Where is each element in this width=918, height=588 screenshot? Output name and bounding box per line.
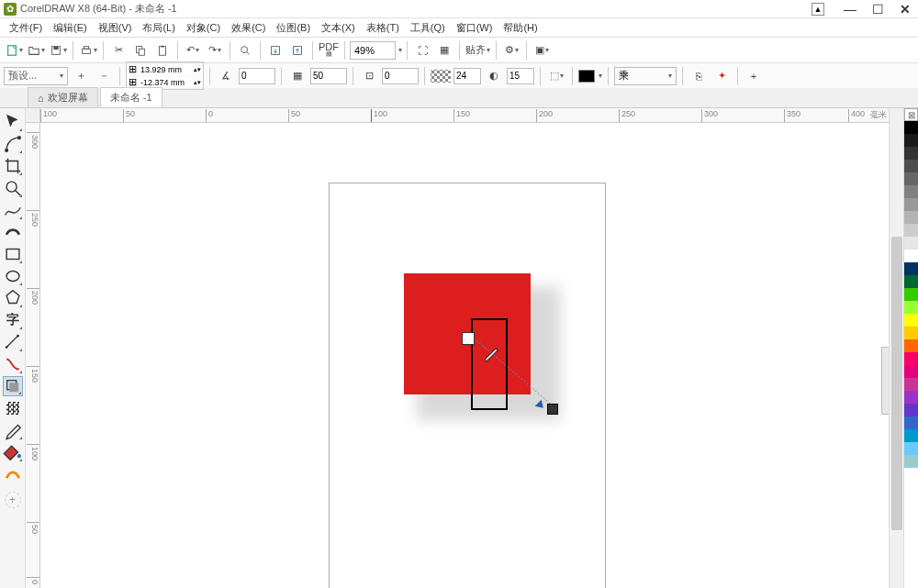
- trans2-input[interactable]: [507, 68, 534, 84]
- zoom-dropdown[interactable]: ▾: [398, 46, 402, 54]
- color-swatch[interactable]: [904, 416, 918, 429]
- import-button[interactable]: [265, 40, 285, 61]
- menu-tools[interactable]: 工具(Q): [405, 19, 451, 37]
- preview-button[interactable]: ▦: [434, 40, 454, 61]
- color-swatch[interactable]: [904, 352, 918, 365]
- fill-tool[interactable]: [3, 442, 23, 462]
- pick-tool[interactable]: [3, 112, 23, 132]
- vertical-scrollbar[interactable]: [889, 108, 903, 588]
- color-swatch[interactable]: [904, 455, 918, 468]
- color-swatch[interactable]: [904, 211, 918, 224]
- menu-window[interactable]: 窗口(W): [451, 19, 498, 37]
- trans1-input[interactable]: [453, 68, 481, 84]
- connector-tool[interactable]: [3, 354, 23, 374]
- color-swatch[interactable]: [904, 262, 918, 275]
- color-swatch[interactable]: [904, 404, 918, 416]
- parallel-tool[interactable]: [3, 332, 23, 352]
- text-tool[interactable]: 字: [3, 310, 23, 330]
- export-button[interactable]: [287, 40, 308, 61]
- count-input[interactable]: [310, 68, 347, 84]
- y-input[interactable]: [139, 77, 192, 88]
- menu-help[interactable]: 帮助(H): [498, 19, 543, 37]
- color-swatch[interactable]: [904, 301, 918, 314]
- step-input[interactable]: [382, 68, 419, 84]
- transparency-tool[interactable]: [3, 398, 23, 418]
- add-tool-button[interactable]: +: [744, 66, 764, 86]
- menu-text[interactable]: 文本(X): [316, 19, 361, 37]
- horizontal-ruler[interactable]: 100 50 0 50 100 150 200 250 300 350 400 …: [40, 108, 889, 123]
- menu-edit[interactable]: 编辑(E): [48, 19, 93, 37]
- dropshadow-tool[interactable]: [3, 376, 23, 396]
- stepper-icon[interactable]: ▴▾: [194, 66, 201, 73]
- undo-button[interactable]: ↶▾: [183, 40, 203, 61]
- paste-button[interactable]: [152, 40, 173, 61]
- open-button[interactable]: ▾: [26, 40, 46, 61]
- color-swatch[interactable]: [904, 185, 918, 198]
- copy-shadow-button[interactable]: ⎘: [688, 66, 709, 86]
- viewport[interactable]: [40, 123, 889, 588]
- rectangle-tool[interactable]: [3, 244, 23, 264]
- fullscreen-button[interactable]: ⛶: [412, 40, 432, 61]
- color-swatch[interactable]: [904, 391, 918, 404]
- shadow-color-swatch[interactable]: [578, 70, 595, 83]
- menu-view[interactable]: 视图(V): [93, 19, 138, 37]
- shadow-center-handle[interactable]: [485, 349, 498, 361]
- add-tool-button[interactable]: +: [5, 492, 21, 508]
- color-swatch[interactable]: [904, 250, 918, 262]
- print-button[interactable]: ▾: [78, 40, 98, 61]
- tab-document[interactable]: 未命名 -1: [100, 87, 162, 107]
- eyedropper-tool[interactable]: [3, 420, 23, 440]
- clear-shadow-button[interactable]: ✦: [711, 66, 732, 86]
- zoom-tool[interactable]: [3, 178, 23, 198]
- color-dropdown[interactable]: ▾: [599, 72, 602, 80]
- pdf-button[interactable]: PDF▤: [318, 40, 340, 61]
- crop-tool[interactable]: [3, 156, 23, 176]
- blend-combo[interactable]: 乘▾: [614, 67, 677, 85]
- options-button[interactable]: ⚙▾: [501, 40, 521, 61]
- docker-tab[interactable]: [881, 347, 889, 415]
- ruler-corner[interactable]: [26, 108, 40, 123]
- color-swatch[interactable]: [904, 378, 918, 391]
- angle-input[interactable]: [239, 68, 275, 84]
- new-button[interactable]: ▾: [4, 40, 24, 61]
- tab-welcome[interactable]: ⌂欢迎屏幕: [28, 87, 98, 107]
- snap-button[interactable]: 贴齐 ▾: [465, 40, 491, 61]
- color-swatch[interactable]: [904, 147, 918, 160]
- color-swatch[interactable]: [904, 121, 918, 134]
- color-swatch[interactable]: [904, 288, 918, 301]
- shadow-start-handle[interactable]: [462, 332, 475, 345]
- menu-table[interactable]: 表格(T): [361, 19, 405, 37]
- shadow-end-handle[interactable]: [547, 404, 558, 415]
- shape-tool[interactable]: [3, 134, 23, 154]
- color-swatch[interactable]: [904, 429, 918, 442]
- color-swatch[interactable]: [904, 160, 918, 172]
- artistic-tool[interactable]: [3, 222, 23, 242]
- account-icon[interactable]: ▲: [812, 3, 824, 16]
- color-swatch[interactable]: [904, 442, 918, 455]
- polygon-tool[interactable]: [3, 288, 23, 308]
- no-color-button[interactable]: ⊠: [904, 108, 918, 121]
- color-swatch[interactable]: [904, 237, 918, 250]
- menu-effects[interactable]: 效果(C): [226, 19, 271, 37]
- color-swatch[interactable]: [904, 339, 918, 352]
- scroll-thumb[interactable]: [891, 237, 902, 530]
- direction-button[interactable]: ⬚▾: [546, 66, 566, 86]
- color-swatch[interactable]: [904, 275, 918, 288]
- menu-file[interactable]: 文件(F): [4, 19, 48, 37]
- minimize-button[interactable]: —: [841, 3, 859, 16]
- outline-tool[interactable]: [3, 464, 23, 484]
- copy-button[interactable]: [130, 40, 151, 61]
- x-input[interactable]: [139, 64, 192, 75]
- close-button[interactable]: ✕: [896, 3, 914, 16]
- launch-button[interactable]: ▣▾: [532, 40, 552, 61]
- color-swatch[interactable]: [904, 314, 918, 327]
- stepper-icon[interactable]: ▴▾: [194, 79, 201, 86]
- preset-combo[interactable]: 预设...▾: [4, 67, 68, 85]
- add-preset-button[interactable]: ＋: [71, 66, 91, 86]
- zoom-input[interactable]: [350, 41, 396, 60]
- color-swatch[interactable]: [904, 224, 918, 237]
- menu-object[interactable]: 对象(C): [181, 19, 226, 37]
- menu-layout[interactable]: 布局(L): [137, 19, 180, 37]
- menu-bitmap[interactable]: 位图(B): [271, 19, 316, 37]
- maximize-button[interactable]: ☐: [868, 3, 887, 16]
